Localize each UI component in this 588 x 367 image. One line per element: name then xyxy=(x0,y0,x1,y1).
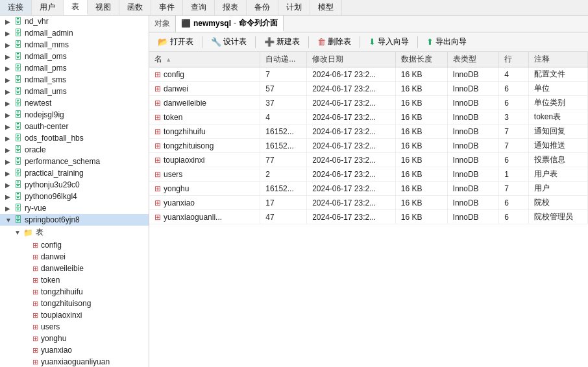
export-wizard-button[interactable]: ⬆ 导出向导 xyxy=(422,34,471,49)
expand-arrow: ▶ xyxy=(5,135,14,142)
cell-date: 2024-06-17 23:2... xyxy=(307,82,396,96)
table-row[interactable]: ⊞danwei 57 2024-06-17 23:2... 16 KB Inno… xyxy=(149,82,588,96)
nav-query[interactable]: 查询 xyxy=(183,0,215,15)
sidebar-item-ndmall-mms[interactable]: ▶ 🗄 ndmall_mms xyxy=(0,39,149,51)
design-table-button[interactable]: 🔧 设计表 xyxy=(206,34,251,49)
sidebar-item-nodejsgl9ig[interactable]: ▶ 🗄 nodejsgl9ig xyxy=(0,109,149,121)
nav-backup[interactable]: 备份 xyxy=(247,0,278,15)
nav-view[interactable]: 视图 xyxy=(88,0,119,15)
table-row[interactable]: ⊞token 4 2024-06-17 23:2... 16 KB InnoDB… xyxy=(149,110,588,124)
cell-auto: 16152... xyxy=(260,182,307,196)
sidebar-folder-tables[interactable]: ▼ 📁 表 xyxy=(0,226,149,239)
table-row[interactable]: ⊞config 7 2024-06-17 23:2... 16 KB InnoD… xyxy=(149,67,588,82)
cell-auto: 17 xyxy=(260,196,307,210)
sidebar-item-oracle[interactable]: ▶ 🗄 oracle xyxy=(0,144,149,156)
sidebar-table-tongzhihuifu[interactable]: ▶ ⊞ tongzhihuifu xyxy=(0,286,149,298)
col-header-size[interactable]: 数据长度 xyxy=(395,52,447,67)
sidebar-item-pythonju3u29c0[interactable]: ▶ 🗄 pythonju3u29c0 xyxy=(0,179,149,191)
table-row[interactable]: ⊞users 2 2024-06-17 23:2... 16 KB InnoDB… xyxy=(149,167,588,182)
nav-schedule[interactable]: 计划 xyxy=(278,0,310,15)
sidebar-item-springboot6yjn8[interactable]: ▼ 🗄 springboot6yjn8 xyxy=(0,214,149,226)
open-table-button[interactable]: 📂 打开表 xyxy=(153,34,198,49)
new-table-button[interactable]: ➕ 新建表 xyxy=(260,34,304,49)
nav-function[interactable]: 函数 xyxy=(119,0,151,15)
sidebar-table-yonghu[interactable]: ▶ ⊞ yonghu xyxy=(0,333,149,344)
col-header-type[interactable]: 表类型 xyxy=(447,52,499,67)
col-header-date[interactable]: 修改日期 xyxy=(307,52,396,67)
col-header-auto[interactable]: 自动递... xyxy=(260,52,307,67)
cell-comment: 配置文件 xyxy=(528,67,587,82)
cell-size: 16 KB xyxy=(395,196,447,210)
cell-name: ⊞yuanxiao xyxy=(149,196,260,210)
cell-size: 16 KB xyxy=(395,182,447,196)
sidebar-table-yuanxiaoguanliyuan[interactable]: ▶ ⊞ yuanxiaoguanliyuan xyxy=(0,356,149,367)
sidebar-table-yuanxiao[interactable]: ▶ ⊞ yuanxiao xyxy=(0,344,149,356)
cell-rows: 7 xyxy=(499,124,529,139)
sidebar-item-pythono96lkgl4[interactable]: ▶ 🗄 pythono96lkgl4 xyxy=(0,191,149,202)
table-header-row: 名 ▲ 自动递... 修改日期 数据长度 表类型 xyxy=(149,52,588,67)
toolbar-separator xyxy=(308,36,309,48)
cell-type: InnoDB xyxy=(447,96,499,110)
db-icon: 🗄 xyxy=(14,17,22,26)
nav-table[interactable]: 表 xyxy=(64,0,88,15)
table-icon: ⊞ xyxy=(32,265,38,273)
table-row[interactable]: ⊞tongzhihuifu 16152... 2024-06-17 23:2..… xyxy=(149,124,588,139)
sidebar-item-ry-vue[interactable]: ▶ 🗄 ry-vue xyxy=(0,202,149,214)
table-row[interactable]: ⊞tongzhituisong 16152... 2024-06-17 23:2… xyxy=(149,139,588,153)
sidebar-table-token[interactable]: ▶ ⊞ token xyxy=(0,274,149,286)
sidebar-item-practical-training[interactable]: ▶ 🗄 practical_training xyxy=(0,167,149,179)
sidebar-table-danwei[interactable]: ▶ ⊞ danwei xyxy=(0,251,149,263)
expand-arrow: ▼ xyxy=(14,229,23,236)
sidebar: ▶ 🗄 nd_vhr ▶ 🗄 ndmall_admin ▶ 🗄 ndmall_m… xyxy=(0,16,149,367)
sidebar-item-newtest[interactable]: ▶ 🗄 newtest xyxy=(0,97,149,109)
table-row[interactable]: ⊞yonghu 16152... 2024-06-17 23:2... 16 K… xyxy=(149,182,588,196)
sidebar-table-users[interactable]: ▶ ⊞ users xyxy=(0,321,149,333)
nav-event[interactable]: 事件 xyxy=(151,0,183,15)
table-icon: ⊞ xyxy=(32,358,38,366)
sidebar-item-ndmall-ums[interactable]: ▶ 🗄 ndmall_ums xyxy=(0,86,149,97)
nav-report[interactable]: 报表 xyxy=(215,0,247,15)
terminal-icon: ⬛ xyxy=(181,19,191,28)
cell-auto: 7 xyxy=(260,67,307,82)
nav-connect[interactable]: 连接 xyxy=(0,0,32,15)
cell-size: 16 KB xyxy=(395,110,447,124)
sidebar-item-nd-vhr[interactable]: ▶ 🗄 nd_vhr xyxy=(0,16,149,27)
table-row[interactable]: ⊞yuanxiao 17 2024-06-17 23:2... 16 KB In… xyxy=(149,196,588,210)
expand-arrow: ▼ xyxy=(5,217,14,224)
open-icon: 📂 xyxy=(158,37,168,47)
table-row[interactable]: ⊞toupiaoxinxi 77 2024-06-17 23:2... 16 K… xyxy=(149,153,588,167)
sidebar-table-tongzhituisong[interactable]: ▶ ⊞ tongzhituisong xyxy=(0,298,149,309)
sidebar-item-ndmall-sms[interactable]: ▶ 🗄 ndmall_sms xyxy=(0,74,149,86)
nav-user[interactable]: 用户 xyxy=(32,0,64,15)
cell-auto: 2 xyxy=(260,167,307,182)
import-icon: ⬇ xyxy=(369,37,376,47)
cell-type: InnoDB xyxy=(447,110,499,124)
sidebar-item-ndmall-admin[interactable]: ▶ 🗄 ndmall_admin xyxy=(0,27,149,39)
delete-table-button[interactable]: 🗑 删除表 xyxy=(313,34,356,49)
panel-tab-newmysql[interactable]: ⬛ newmysql - 命令列介面 xyxy=(176,16,284,32)
table-row[interactable]: ⊞yuanxiaoguanli... 47 2024-06-17 23:2...… xyxy=(149,210,588,224)
cell-size: 16 KB xyxy=(395,96,447,110)
sidebar-table-toupiaoxinxi[interactable]: ▶ ⊞ toupiaoxinxi xyxy=(0,309,149,321)
db-icon: 🗄 xyxy=(14,75,22,84)
table-body: ⊞config 7 2024-06-17 23:2... 16 KB InnoD… xyxy=(149,67,588,224)
sidebar-item-ods-football[interactable]: ▶ 🗄 ods_football_hbs xyxy=(0,132,149,144)
sidebar-table-danweileibie[interactable]: ▶ ⊞ danweileibie xyxy=(0,263,149,274)
new-icon: ➕ xyxy=(264,37,275,47)
sidebar-item-performance-schema[interactable]: ▶ 🗄 performance_schema xyxy=(0,156,149,167)
toolbar-separator xyxy=(255,36,256,48)
cell-type: InnoDB xyxy=(447,153,499,167)
col-header-comment[interactable]: 注释 xyxy=(528,52,587,67)
import-wizard-button[interactable]: ⬇ 导入向导 xyxy=(364,34,413,49)
sidebar-item-oauth-center[interactable]: ▶ 🗄 oauth-center xyxy=(0,121,149,132)
col-header-name[interactable]: 名 ▲ xyxy=(149,52,260,67)
cell-rows: 4 xyxy=(499,67,529,82)
nav-model[interactable]: 模型 xyxy=(310,0,342,15)
db-icon: 🗄 xyxy=(14,99,22,108)
col-header-rows[interactable]: 行 xyxy=(499,52,529,67)
table-row[interactable]: ⊞danweileibie 37 2024-06-17 23:2... 16 K… xyxy=(149,96,588,110)
db-icon: 🗄 xyxy=(14,215,22,224)
sidebar-table-config[interactable]: ▶ ⊞ config xyxy=(0,239,149,251)
sidebar-item-ndmall-pms[interactable]: ▶ 🗄 ndmall_pms xyxy=(0,62,149,74)
sidebar-item-ndmall-oms[interactable]: ▶ 🗄 ndmall_oms xyxy=(0,51,149,62)
